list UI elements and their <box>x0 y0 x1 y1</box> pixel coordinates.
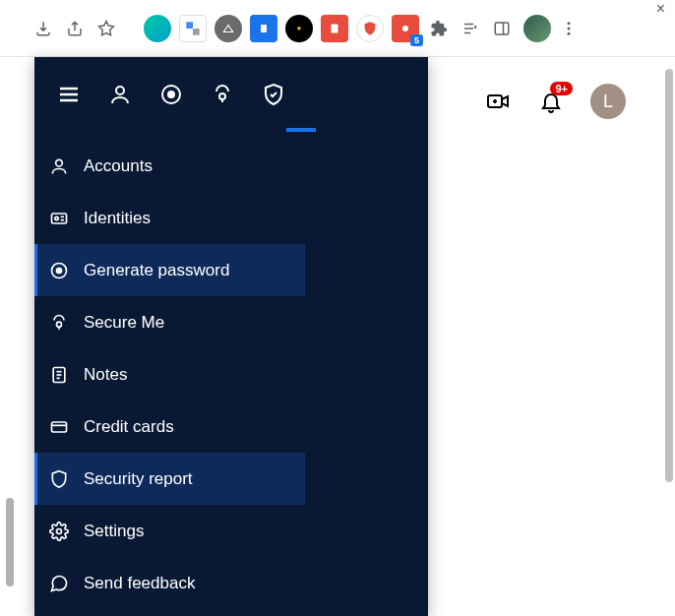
svg-point-4 <box>402 26 408 31</box>
menu-label: Security report <box>84 469 193 489</box>
extension-icon-black[interactable]: ● <box>285 15 313 42</box>
tab-shield-icon[interactable] <box>261 82 286 107</box>
shield-icon <box>48 468 70 490</box>
menu-item-secure-me[interactable]: Secure Me <box>34 296 305 348</box>
notifications-bell-icon[interactable]: 9+ <box>537 88 565 115</box>
feedback-icon <box>48 573 70 594</box>
target-icon <box>48 260 70 281</box>
svg-rect-1 <box>193 29 200 35</box>
gear-icon <box>48 521 70 542</box>
person-icon <box>48 155 70 177</box>
menu-item-notes[interactable]: Notes <box>34 348 305 400</box>
menu-item-credit-cards[interactable]: Credit cards <box>34 400 305 453</box>
svg-rect-5 <box>495 23 509 34</box>
svg-rect-2 <box>261 25 267 32</box>
menu-label: Generate password <box>84 261 229 280</box>
download-icon[interactable] <box>30 15 57 42</box>
extension-icon-blue[interactable] <box>250 15 277 42</box>
menu-item-security-report[interactable]: Security report <box>34 453 305 505</box>
google-translate-icon[interactable] <box>179 15 207 42</box>
panel-tabs <box>34 57 428 132</box>
extension-icon-red2[interactable]: 5 <box>392 15 419 42</box>
browser-toolbar: ● 5 <box>0 0 675 57</box>
tab-secure-icon[interactable] <box>210 82 235 107</box>
hamburger-menu-icon[interactable] <box>56 82 82 107</box>
notification-badge: 9+ <box>550 82 573 95</box>
menu-item-settings[interactable]: Settings <box>34 505 305 557</box>
kebab-menu-icon[interactable] <box>555 15 583 42</box>
menu-item-identities[interactable]: Identities <box>34 192 305 244</box>
menu-label: Secure Me <box>84 313 164 333</box>
menu-item-accounts[interactable]: Accounts <box>34 140 305 192</box>
svg-point-34 <box>57 528 62 533</box>
star-icon[interactable] <box>92 15 120 42</box>
password-manager-panel: Accounts Identities Generate password Se… <box>34 57 428 616</box>
menu-item-send-feedback[interactable]: Send feedback <box>34 557 305 609</box>
svg-point-14 <box>116 87 124 94</box>
tab-generate-icon[interactable] <box>158 82 184 107</box>
svg-rect-32 <box>52 422 67 432</box>
svg-point-26 <box>57 322 62 327</box>
wifi-lock-icon <box>48 312 70 334</box>
avatar-letter: L <box>603 92 613 112</box>
svg-point-8 <box>568 27 571 30</box>
share-icon[interactable] <box>61 15 89 42</box>
extension-shield-icon[interactable] <box>356 15 384 42</box>
menu-item-generate-password[interactable]: Generate password <box>34 244 305 296</box>
panel-menu: Accounts Identities Generate password Se… <box>34 132 305 609</box>
extensions-puzzle-icon[interactable] <box>425 15 453 42</box>
svg-point-25 <box>57 268 62 273</box>
extension-icon-red1[interactable] <box>321 15 348 42</box>
window-close-hint: × <box>656 0 665 10</box>
id-card-icon <box>48 208 70 229</box>
user-avatar[interactable]: L <box>590 84 626 119</box>
svg-rect-3 <box>332 24 338 32</box>
menu-label: Credit cards <box>84 417 174 437</box>
profile-avatar-icon[interactable] <box>523 15 551 42</box>
svg-point-9 <box>568 31 571 34</box>
menu-label: Send feedback <box>84 574 195 593</box>
menu-label: Identities <box>84 209 151 228</box>
menu-label: Accounts <box>84 156 153 176</box>
reading-list-icon[interactable] <box>457 15 484 42</box>
svg-point-16 <box>168 92 174 97</box>
extension-icon-1[interactable] <box>144 15 171 42</box>
side-panel-icon[interactable] <box>488 15 516 42</box>
svg-point-21 <box>55 216 58 219</box>
active-tab-indicator <box>286 128 316 132</box>
sidebar-scrollbar[interactable] <box>6 498 14 586</box>
menu-label: Settings <box>84 522 144 541</box>
window-controls: × <box>656 0 665 10</box>
svg-point-19 <box>56 159 63 166</box>
extension-badge: 5 <box>410 34 423 46</box>
page-scrollbar[interactable] <box>665 69 673 482</box>
create-video-icon[interactable] <box>484 88 512 115</box>
svg-point-17 <box>219 93 225 99</box>
notes-icon <box>48 364 70 386</box>
menu-label: Notes <box>84 365 127 385</box>
svg-rect-0 <box>186 22 193 29</box>
credit-card-icon <box>48 416 70 438</box>
svg-point-7 <box>568 22 571 25</box>
extension-vpn-icon[interactable] <box>215 15 242 42</box>
tab-accounts-icon[interactable] <box>107 82 133 107</box>
